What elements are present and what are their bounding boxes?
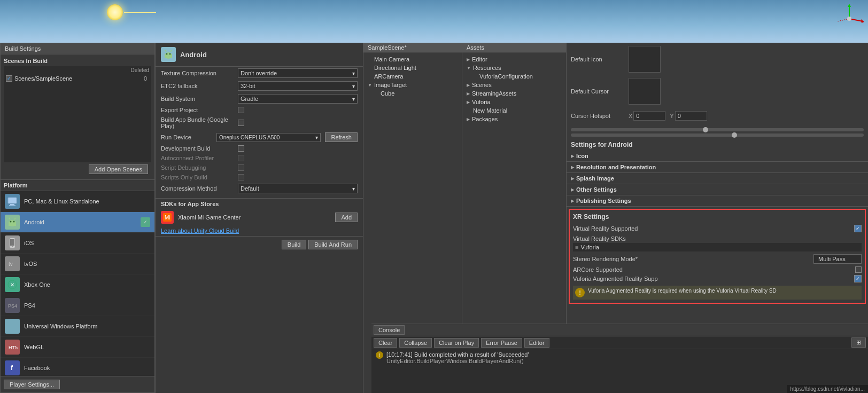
vr-supported-checkbox[interactable] (854, 225, 862, 232)
platform-label-webgl: WebGL (24, 344, 150, 350)
platform-item-ios[interactable]: iOS (1, 233, 154, 254)
compression-method-dropdown[interactable]: Default (238, 184, 358, 193)
svg-rect-10 (9, 222, 16, 226)
hierarchy-item-directional-light[interactable]: Directional Light (363, 64, 462, 72)
platform-item-webgl[interactable]: HTML WebGL (1, 337, 154, 358)
platform-item-tvos[interactable]: tv tvOS (1, 254, 154, 274)
build-app-bundle-checkbox[interactable] (238, 120, 244, 126)
stereo-rendering-row: Stereo Rendering Mode* Multi Pass (573, 253, 862, 265)
run-device-refresh-button[interactable]: Refresh (325, 132, 358, 142)
platform-label-ps4: PS4 (24, 302, 150, 309)
slider-2-row (571, 132, 864, 138)
tree-indicator (368, 57, 372, 62)
settings-for-android-label: Settings for Android (567, 139, 868, 151)
platform-item-facebook[interactable]: f Facebook (1, 358, 154, 376)
export-project-checkbox[interactable] (238, 107, 244, 113)
console-collapse-button[interactable]: Collapse (399, 338, 432, 348)
warning-row: ! Vuforia Augmented Reality is required … (573, 286, 862, 300)
platform-item-uwp[interactable]: Universal Windows Platform (1, 316, 154, 337)
console-clear-on-play-button[interactable]: Clear on Play (434, 338, 479, 348)
splash-section-header[interactable]: Splash Image (567, 173, 868, 184)
build-and-run-button[interactable]: Build And Run (308, 240, 358, 249)
platform-item-android[interactable]: Android ✓ (1, 212, 154, 233)
console-tab[interactable]: Console (374, 325, 405, 335)
build-button[interactable]: Build (282, 240, 306, 249)
autoconnect-profiler-checkbox[interactable] (238, 155, 244, 161)
tree-indicator (368, 83, 372, 88)
asset-item-packages[interactable]: Packages (462, 115, 566, 123)
hierarchy-item-imagetarget[interactable]: ImageTarget (363, 81, 462, 89)
player-settings-button[interactable]: Player Settings... (4, 380, 60, 389)
platform-icon-xbox: ✕ (5, 277, 20, 292)
vuforia-ar-checkbox[interactable] (854, 275, 862, 282)
platform-icon-facebook: f (5, 360, 20, 375)
svg-text:PS4: PS4 (8, 303, 17, 309)
asset-item-editor[interactable]: Editor (462, 55, 566, 64)
resolution-section: Resolution and Presentation (567, 162, 868, 173)
build-settings-title: Build Settings (1, 43, 154, 54)
hierarchy-item-main-camera[interactable]: Main Camera (363, 55, 462, 64)
development-build-checkbox[interactable] (238, 145, 244, 152)
script-debugging-checkbox[interactable] (238, 164, 244, 171)
other-settings-header[interactable]: Other Settings (567, 184, 868, 195)
sdk-drag-handle[interactable]: ≡ (575, 244, 578, 250)
resolution-section-header[interactable]: Resolution and Presentation (567, 162, 868, 172)
asset-item-scenes[interactable]: Scenes (462, 81, 566, 89)
svg-point-33 (169, 53, 171, 55)
run-device-dropdown[interactable]: Oneplus ONEPLUS A500 (216, 133, 321, 142)
svg-point-11 (10, 221, 12, 223)
tree-indicator (467, 83, 470, 88)
svg-rect-8 (9, 205, 15, 206)
build-system-label: Build System (161, 96, 236, 102)
y-input[interactable] (675, 111, 707, 121)
slider-2-bar[interactable] (571, 133, 864, 137)
console-panel: Console Clear Collapse Clear on Play Err… (371, 324, 868, 393)
scene-checkbox[interactable] (6, 75, 12, 82)
console-clear-button[interactable]: Clear (374, 338, 397, 348)
slider-1-bar[interactable] (571, 128, 864, 131)
export-project-row: Export Project (156, 105, 363, 115)
arcore-checkbox[interactable] (855, 266, 862, 273)
sdk-list-item-vuforia: ≡ Vuforia (573, 243, 862, 251)
etc2-fallback-dropdown[interactable]: 32-bit (238, 81, 358, 91)
vuforia-ar-label: Vuforia Augmented Reality Supp (573, 276, 850, 282)
texture-compression-dropdown[interactable]: Don't override (238, 68, 358, 78)
sdk-add-button[interactable]: Add (335, 213, 358, 222)
tree-indicator (467, 100, 470, 105)
console-editor-button[interactable]: Editor (524, 338, 549, 348)
slider-2-thumb[interactable] (732, 132, 737, 138)
default-icon-row: Default Icon (567, 43, 868, 76)
warning-icon: ! (575, 288, 585, 297)
build-system-dropdown[interactable]: Gradle (238, 94, 358, 104)
x-input[interactable] (633, 111, 665, 121)
etc2-fallback-label: ETC2 fallback (161, 83, 236, 89)
sdk-name-xiaomi: Xiaomi Mi Game Center (178, 214, 331, 221)
console-expand-button[interactable]: ⊞ (851, 337, 866, 348)
compression-method-row: Compression Method Default (156, 182, 363, 195)
asset-item-vuforia-config[interactable]: VuforiaConfiguration (469, 72, 566, 81)
asset-item-streaming-assets[interactable]: StreamingAssets (462, 89, 566, 98)
sdks-header: SDKs for App Stores (156, 198, 363, 209)
platform-item-pc[interactable]: PC, Mac & Linux Standalone (1, 191, 154, 212)
asset-item-new-material[interactable]: New Material (462, 106, 566, 115)
scripts-only-build-checkbox[interactable] (238, 174, 244, 180)
add-open-scenes-button[interactable]: Add Open Scenes (89, 164, 148, 174)
asset-item-vuforia[interactable]: Vuforia (462, 98, 566, 106)
cloud-build-link[interactable]: Learn about Unity Cloud Build (156, 225, 363, 236)
hierarchy-item-cube[interactable]: Cube (370, 89, 462, 98)
scene-item[interactable]: Scenes/SampleScene 0 (4, 74, 151, 83)
platform-item-xbox[interactable]: ✕ Xbox One (1, 274, 154, 295)
icon-section-header[interactable]: Icon (567, 151, 868, 161)
default-icon-label: Default Icon (571, 56, 624, 62)
icon-section: Icon (567, 151, 868, 162)
stereo-rendering-value[interactable]: Multi Pass (813, 254, 862, 264)
platform-label-ios: iOS (24, 240, 150, 246)
asset-item-resources[interactable]: Resources (462, 64, 566, 72)
hierarchy-item-arcamera[interactable]: ARCamera (363, 72, 462, 81)
script-debugging-label: Script Debugging (161, 164, 236, 171)
other-settings-triangle (571, 187, 574, 192)
slider-1-thumb[interactable] (703, 127, 708, 132)
publishing-settings-header[interactable]: Publishing Settings (567, 195, 868, 206)
console-error-pause-button[interactable]: Error Pause (481, 338, 522, 348)
platform-item-ps4[interactable]: PS4 PS4 (1, 295, 154, 316)
